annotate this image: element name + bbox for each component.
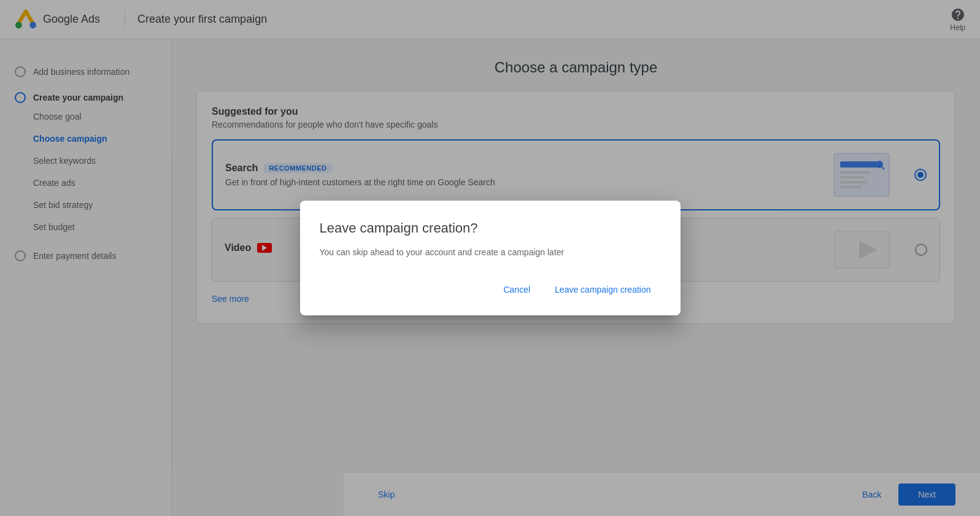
modal-actions: Cancel Leave campaign creation [320,279,661,301]
modal-overlay[interactable]: Leave campaign creation? You can skip ah… [0,0,980,516]
modal-dialog: Leave campaign creation? You can skip ah… [300,201,681,315]
modal-body: You can skip ahead to your account and c… [320,246,661,259]
modal-cancel-button[interactable]: Cancel [493,279,540,301]
modal-title: Leave campaign creation? [320,220,661,236]
modal-leave-button[interactable]: Leave campaign creation [545,279,660,301]
